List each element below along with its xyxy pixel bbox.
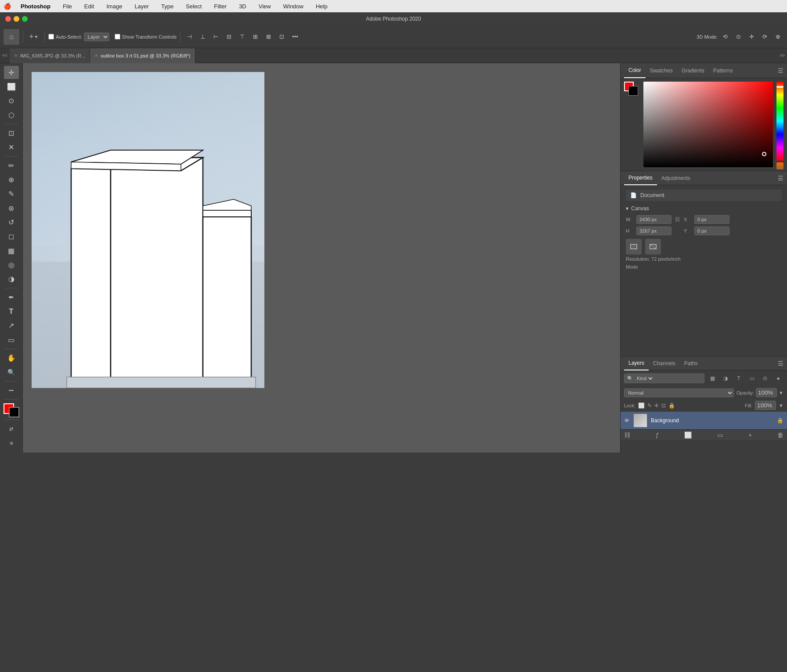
menu-filter[interactable]: Filter: [211, 2, 229, 11]
lasso-tool[interactable]: ⊙: [4, 94, 19, 108]
align-center-v-btn[interactable]: ⊞: [250, 31, 261, 43]
quick-mask-btn[interactable]: ⊚: [4, 437, 19, 450]
move-tool[interactable]: ✛: [4, 66, 19, 79]
menu-3d[interactable]: 3D: [236, 2, 249, 11]
layers-tab[interactable]: Layers: [624, 356, 649, 370]
auto-select-dropdown[interactable]: Layer: [84, 32, 109, 41]
maximize-button[interactable]: [22, 16, 28, 22]
frame-tool[interactable]: ✕: [4, 141, 19, 154]
brush-tool[interactable]: ✎: [4, 187, 19, 201]
paths-tab[interactable]: Paths: [680, 356, 702, 370]
stamp-tool[interactable]: ⊛: [4, 201, 19, 215]
layer-filter-type-btn[interactable]: T: [733, 373, 744, 384]
menu-image[interactable]: Image: [104, 2, 125, 11]
align-center-h-btn[interactable]: ⊥: [197, 31, 209, 43]
gradients-tab[interactable]: Gradients: [677, 63, 709, 78]
lock-move-btn[interactable]: ✛: [654, 402, 659, 409]
auto-select-input[interactable]: [48, 34, 54, 40]
layer-style-btn[interactable]: ƒ: [656, 431, 659, 438]
more-tools-btn[interactable]: •••: [4, 384, 19, 397]
x-input[interactable]: [694, 215, 729, 224]
blur-tool[interactable]: ◎: [4, 258, 19, 271]
align-top-btn[interactable]: ⊤: [237, 31, 248, 43]
show-transform-input[interactable]: [115, 34, 120, 40]
align-left-btn[interactable]: ⊣: [184, 31, 195, 43]
menu-type[interactable]: Type: [159, 2, 176, 11]
opacity-slider[interactable]: [776, 162, 783, 169]
fill-input[interactable]: [755, 401, 776, 410]
hue-bar[interactable]: [776, 82, 783, 161]
patterns-tab[interactable]: Patterns: [709, 63, 737, 78]
adjustments-tab[interactable]: Adjustments: [657, 171, 695, 185]
lock-paint-btn[interactable]: ✎: [647, 402, 652, 409]
blend-mode-select[interactable]: Normal: [624, 388, 734, 397]
show-transform-checkbox[interactable]: Show Transform Controls: [115, 34, 177, 40]
layers-search-box[interactable]: 🔍 Kind: [624, 374, 704, 383]
layer-mask-btn[interactable]: ⬜: [684, 431, 692, 438]
color-panel-menu-icon[interactable]: ☰: [778, 67, 783, 74]
layer-filter-visible-btn[interactable]: ●: [773, 373, 783, 384]
background-swatch[interactable]: [628, 86, 638, 96]
link-dimensions-icon[interactable]: ⛓: [675, 216, 680, 223]
threed-roll-btn[interactable]: ⊙: [733, 31, 744, 43]
fill-dropdown-icon[interactable]: ▼: [779, 403, 783, 408]
home-button[interactable]: ⌂: [4, 29, 19, 45]
panel-collapse-right-btn[interactable]: >>: [777, 48, 787, 63]
eraser-tool[interactable]: ◻: [4, 230, 19, 243]
height-input[interactable]: [636, 226, 671, 235]
path-select-tool[interactable]: ↗: [4, 319, 19, 332]
hand-tool[interactable]: ✋: [4, 351, 19, 364]
dodge-tool[interactable]: ◑: [4, 273, 19, 286]
align-extra-btn[interactable]: ⊡: [276, 31, 288, 43]
opacity-dropdown-icon[interactable]: ▼: [779, 390, 783, 395]
new-group-btn[interactable]: ▭: [717, 431, 723, 438]
layer-filter-adj-btn[interactable]: ◑: [720, 373, 731, 384]
color-gradient-picker[interactable]: [643, 82, 773, 167]
crop-canvas-btn[interactable]: [645, 239, 661, 255]
menu-select[interactable]: Select: [183, 2, 204, 11]
background-color[interactable]: [9, 407, 19, 417]
layer-item-background[interactable]: 👁 Background 🔒: [621, 412, 787, 429]
color-tab[interactable]: Color: [624, 63, 646, 78]
threed-pan-btn[interactable]: ✛: [746, 31, 757, 43]
lock-artboard-btn[interactable]: ⊡: [661, 402, 666, 409]
layer-filter-pixel-btn[interactable]: ▦: [707, 373, 718, 384]
new-layer-btn[interactable]: +: [748, 431, 752, 438]
gradient-tool[interactable]: ▦: [4, 244, 19, 257]
eyedropper-tool[interactable]: ✏: [4, 159, 19, 172]
doc-tab-1[interactable]: ✕ IMG_6365.JPG @ 33.3% (R...: [10, 48, 90, 63]
threed-camera-btn[interactable]: ⊕: [772, 31, 783, 43]
panel-collapse-left-btn[interactable]: <<: [0, 48, 10, 63]
text-tool[interactable]: T: [4, 305, 19, 318]
menu-file[interactable]: File: [60, 2, 75, 11]
threed-rotate-btn[interactable]: ⟲: [719, 31, 731, 43]
menu-window[interactable]: Window: [281, 2, 306, 11]
menu-layer[interactable]: Layer: [132, 2, 152, 11]
layer-filter-shape-btn[interactable]: ▭: [747, 373, 757, 384]
menu-photoshop[interactable]: Photoshop: [18, 2, 53, 11]
width-input[interactable]: [636, 215, 671, 224]
spot-heal-tool[interactable]: ⊕: [4, 173, 19, 186]
doc-tab-2-close[interactable]: ✕: [94, 53, 98, 58]
doc-tab-2[interactable]: ✕ outline box 3 rt 01.psd @ 33.3% (RGB/8…: [90, 48, 195, 63]
document-button[interactable]: 📄 Document: [626, 190, 782, 201]
lock-all-btn[interactable]: 🔒: [668, 402, 675, 409]
doc-tab-1-close[interactable]: ✕: [14, 53, 18, 58]
minimize-button[interactable]: [14, 16, 19, 22]
layer-visibility-icon[interactable]: 👁: [624, 417, 630, 424]
more-options-btn[interactable]: •••: [289, 31, 301, 43]
shape-tool[interactable]: ▭: [4, 333, 19, 346]
pen-tool[interactable]: ✒: [4, 291, 19, 304]
layers-menu-icon[interactable]: ☰: [778, 360, 783, 367]
move-tool-btn[interactable]: ✛ ▼: [27, 32, 41, 41]
align-right-btn[interactable]: ⊢: [210, 31, 222, 43]
lock-pixels-btn[interactable]: ⬜: [638, 402, 645, 409]
crop-tool[interactable]: ⊡: [4, 126, 19, 140]
delete-layer-btn[interactable]: 🗑: [777, 431, 783, 438]
switch-colors-btn[interactable]: ⇄: [4, 422, 19, 435]
threed-slide-btn[interactable]: ⟳: [759, 31, 770, 43]
align-full-btn[interactable]: ⊟: [224, 31, 235, 43]
channels-tab[interactable]: Channels: [649, 356, 680, 370]
properties-tab[interactable]: Properties: [624, 171, 657, 185]
y-input[interactable]: [694, 226, 729, 235]
